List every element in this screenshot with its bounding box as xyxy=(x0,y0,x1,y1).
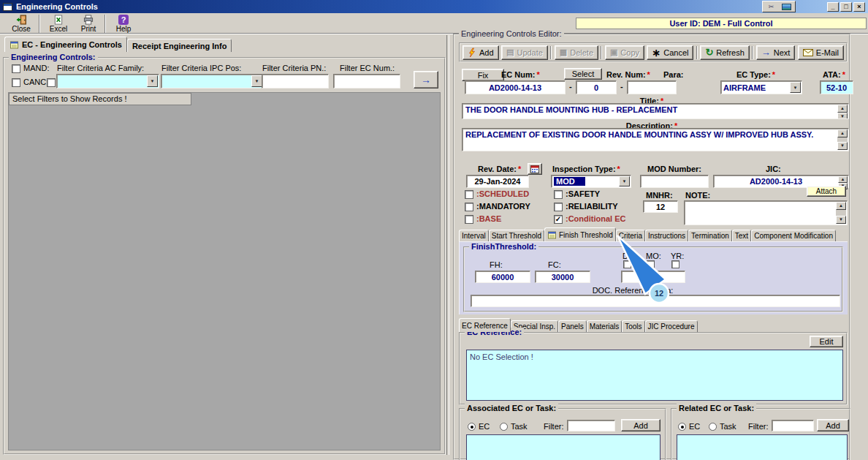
description-field[interactable]: REPLACEMENT OF EXISTING DOOR HANDLE MOUN… xyxy=(462,128,849,151)
email-button[interactable]: E-Mail xyxy=(798,45,844,60)
minimize-button[interactable]: _ xyxy=(827,2,839,12)
add-button[interactable]: Add xyxy=(462,45,499,60)
tab-tools[interactable]: Tools xyxy=(622,320,644,332)
related-filter-label: Filter: xyxy=(748,422,769,431)
close-button[interactable]: Close xyxy=(6,14,37,34)
tab-receipt-engineering-info[interactable]: Receipt Engineering Info xyxy=(127,39,232,52)
inspection-type-combobox[interactable]: MOD ▼ xyxy=(551,175,631,188)
scheduled-checkbox[interactable] xyxy=(465,190,473,199)
associated-ec-group: Associated EC or Task: EC Task Filter: A… xyxy=(459,408,666,460)
delete-button[interactable]: ▦ Delete xyxy=(555,45,598,60)
canc-checkbox[interactable] xyxy=(12,78,20,87)
inspection-type-dropdown-icon[interactable]: ▼ xyxy=(619,176,630,186)
related-add-button[interactable]: Add xyxy=(817,419,849,431)
tab-component-modification[interactable]: Component Modification xyxy=(751,230,836,241)
associated-ec-radio[interactable] xyxy=(468,423,476,431)
mand-checkbox[interactable] xyxy=(12,64,20,73)
spin-up-icon[interactable]: ▲ xyxy=(838,176,848,183)
scroll-down-icon[interactable]: ▼ xyxy=(837,113,848,119)
delete-button-label: Delete xyxy=(570,48,593,57)
restore-button[interactable]: □ xyxy=(840,2,852,12)
copy-button[interactable]: ▣ Copy xyxy=(605,45,644,60)
note-field[interactable]: ▲ ▼ xyxy=(684,200,848,225)
ac-family-dropdown-icon[interactable]: ▼ xyxy=(147,75,158,87)
scissors-icon-button[interactable]: ✂ xyxy=(764,2,778,11)
ipc-pos-dropdown-icon[interactable]: ▼ xyxy=(251,75,262,87)
tab-ec-engineering-controls[interactable]: EC - Engineering Controls xyxy=(4,37,127,52)
filter-pn-input[interactable] xyxy=(262,74,329,88)
excel-button[interactable]: Excel xyxy=(43,14,74,34)
safety-checkbox[interactable] xyxy=(554,190,563,199)
all-checkbox[interactable] xyxy=(47,78,56,87)
associated-add-button[interactable]: Add xyxy=(621,419,660,431)
reliability-checkbox[interactable] xyxy=(554,203,563,211)
calendar-button[interactable] xyxy=(528,163,542,175)
attach-button[interactable]: Attach xyxy=(807,186,846,197)
scroll-up-icon[interactable]: ▲ xyxy=(836,202,846,210)
associated-ec-list[interactable] xyxy=(466,434,660,460)
ipc-pos-combobox[interactable]: ▼ xyxy=(161,74,264,88)
help-button[interactable]: ? Help xyxy=(108,14,139,34)
fc-input[interactable] xyxy=(535,271,590,283)
ec-type-combobox[interactable]: AIRFRAME ▼ xyxy=(720,80,802,94)
scroll-down-icon[interactable]: ▼ xyxy=(837,142,848,150)
refresh-button[interactable]: ↻ Refresh xyxy=(700,45,749,60)
tab-start-threshold[interactable]: Start Threshold xyxy=(489,230,544,241)
tab-interval[interactable]: Interval xyxy=(459,230,489,241)
mandatory-checkbox[interactable] xyxy=(465,203,473,211)
image-icon-button[interactable] xyxy=(780,2,793,11)
close-window-button[interactable]: × xyxy=(853,2,865,12)
tab-materials[interactable]: Materials xyxy=(587,320,623,332)
mnhr-input[interactable] xyxy=(643,200,678,213)
cancel-button[interactable]: ∗ Cancel xyxy=(647,45,693,60)
associated-filter-label: Filter: xyxy=(544,422,564,431)
tab-text[interactable]: Text xyxy=(732,230,751,241)
update-button[interactable]: ▤ Update xyxy=(501,45,548,60)
associated-filter-input[interactable] xyxy=(567,420,615,431)
related-task-radio[interactable] xyxy=(709,423,717,431)
title-scrollbar[interactable]: ▲ ▼ xyxy=(837,105,848,118)
related-ec-radio[interactable] xyxy=(678,423,686,431)
panel-splitter[interactable] xyxy=(446,35,449,455)
scroll-up-icon[interactable]: ▲ xyxy=(837,105,848,113)
related-ec-list[interactable] xyxy=(677,434,848,460)
select-button[interactable]: Select xyxy=(564,68,602,80)
conditional-ec-checkbox[interactable]: ✓ xyxy=(554,215,563,224)
ec-reference-content[interactable]: No EC Selection ! xyxy=(466,350,843,401)
filter-ec-num-input[interactable] xyxy=(333,74,400,88)
select-button-label: Select xyxy=(572,69,595,78)
tab-termination[interactable]: Termination xyxy=(688,230,732,241)
base-checkbox[interactable] xyxy=(465,215,473,224)
records-area[interactable] xyxy=(8,92,441,450)
scroll-up-icon[interactable]: ▲ xyxy=(837,129,848,137)
fix-button[interactable]: Fix xyxy=(462,69,504,81)
ac-family-combobox[interactable]: ▼ xyxy=(56,74,159,88)
print-button[interactable]: Print xyxy=(73,14,104,34)
related-filter-input[interactable] xyxy=(772,420,814,431)
tab-jic-procedure[interactable]: JIC Procedure xyxy=(645,320,698,332)
ec-num-input[interactable] xyxy=(465,80,566,94)
para-input[interactable] xyxy=(627,80,677,94)
close-button-label: Close xyxy=(12,26,31,33)
ec-type-dropdown-icon[interactable]: ▼ xyxy=(790,82,801,93)
required-mark: * xyxy=(647,70,650,79)
associated-task-radio[interactable] xyxy=(500,423,508,431)
next-button[interactable]: → Next xyxy=(756,45,796,60)
apply-filters-button[interactable]: → xyxy=(414,71,438,88)
mod-number-input[interactable] xyxy=(640,175,709,188)
filter-ipc-pos-label: Filter Criteria IPC Pos: xyxy=(161,64,241,72)
note-scrollbar[interactable]: ▲ ▼ xyxy=(836,202,846,224)
ata-input[interactable] xyxy=(820,80,853,94)
scroll-down-icon[interactable]: ▼ xyxy=(836,216,846,224)
rev-num-input[interactable] xyxy=(576,80,617,94)
envelope-icon xyxy=(803,49,813,56)
description-scrollbar[interactable]: ▲ ▼ xyxy=(837,129,848,150)
related-task-radio-label: Task xyxy=(720,422,736,431)
tab-panels[interactable]: Panels xyxy=(558,320,587,332)
jic-spinner[interactable]: ▲ ▼ xyxy=(838,176,848,186)
edit-button[interactable]: Edit xyxy=(810,336,843,347)
rev-date-input[interactable] xyxy=(466,175,529,188)
title-field[interactable]: THE DOOR HANDLE MOUNTING HUB - REPLACEME… xyxy=(462,103,849,119)
tab-ec-reference[interactable]: EC Reference xyxy=(459,318,511,332)
fh-input[interactable] xyxy=(475,271,530,283)
